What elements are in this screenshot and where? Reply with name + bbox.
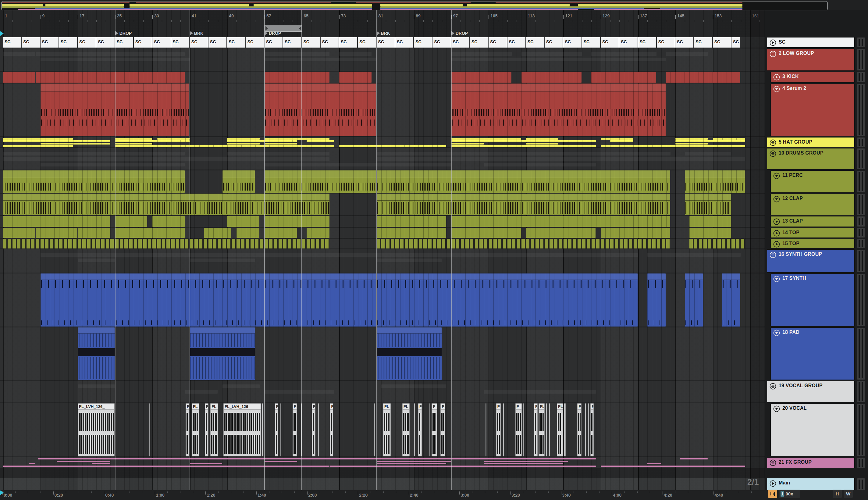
clap13-clip[interactable] [3, 216, 110, 227]
group-icon[interactable] [769, 459, 776, 466]
fold-icon[interactable] [773, 276, 780, 282]
fold-icon[interactable] [773, 330, 780, 336]
group-strip-clip[interactable] [227, 138, 259, 140]
synth17-clip[interactable] [40, 273, 377, 327]
track-header-synth-group[interactable]: 16 SYNTH GROUP [767, 249, 855, 273]
group-strip-clip[interactable] [451, 140, 596, 142]
pad18-clip[interactable] [377, 328, 442, 380]
group-strip-clip[interactable] [451, 143, 484, 145]
group-strip-clip[interactable] [675, 140, 745, 142]
perc-clip[interactable] [222, 170, 255, 193]
top14-clip[interactable] [690, 228, 731, 238]
scene-clip[interactable]: SC [713, 37, 731, 47]
vocal20-clip[interactable]: F [418, 404, 422, 456]
vocal20-clip[interactable] [280, 404, 281, 456]
vocal20-clip[interactable]: F [577, 404, 581, 456]
group-strip-clip[interactable] [330, 466, 595, 467]
group-strip-clip[interactable] [610, 140, 633, 142]
perc-clip[interactable] [377, 170, 671, 193]
vocal20-clip[interactable] [301, 404, 302, 456]
vocal20-clip[interactable]: FL [557, 404, 563, 456]
group-strip-clip[interactable] [451, 145, 596, 147]
serum-clip[interactable] [451, 83, 666, 136]
vocal20-clip[interactable]: FL [383, 404, 391, 456]
top14-clip[interactable] [115, 228, 152, 238]
vocal20-clip[interactable] [149, 404, 150, 456]
vocal20-clip[interactable]: FL_LVH_126_ [78, 404, 115, 456]
scene-clip[interactable]: SC [302, 37, 320, 47]
clap13-clip[interactable] [227, 216, 259, 227]
audition-waveform-button[interactable] [768, 490, 777, 498]
scene-clip[interactable]: SC [694, 37, 712, 47]
vocal20-clip[interactable]: F [205, 404, 208, 456]
top14-clip[interactable] [236, 228, 259, 238]
scene-clip[interactable]: SC [339, 37, 357, 47]
track-header-clap13[interactable]: 13 CLAP [771, 216, 855, 227]
track-header-sc[interactable]: SC [767, 37, 855, 47]
scene-clip[interactable]: SC [3, 37, 21, 47]
kick-clip[interactable] [297, 72, 329, 83]
clap13-clip[interactable] [152, 216, 185, 227]
scene-clip[interactable]: SC [265, 37, 282, 47]
vocal20-clip[interactable] [486, 404, 486, 456]
vocal20-clip[interactable] [374, 404, 375, 456]
group-icon[interactable] [769, 383, 776, 390]
track-header-clap12[interactable]: 12 CLAP [771, 194, 855, 215]
pad18-clip[interactable] [78, 328, 115, 380]
scene-clip[interactable]: SC [470, 37, 488, 47]
group-strip-clip[interactable] [713, 138, 745, 140]
track-header-perc[interactable]: 11 PERC [771, 170, 855, 193]
top14-clip[interactable] [601, 228, 670, 238]
synth17-clip[interactable] [647, 273, 666, 327]
vocal20-clip[interactable] [564, 404, 566, 456]
top14-clip[interactable] [377, 228, 446, 238]
scene-clip[interactable]: SC [377, 37, 395, 47]
locator-flag[interactable]: DROP [115, 31, 132, 36]
top14-clip[interactable] [526, 228, 595, 238]
group-strip-clip[interactable] [675, 138, 708, 140]
group-strip-clip[interactable] [115, 138, 152, 140]
group-strip-clip[interactable] [227, 143, 259, 145]
kick-clip[interactable] [451, 72, 512, 83]
locator-flag[interactable]: BRK [377, 31, 390, 36]
clap13-clip[interactable] [690, 216, 731, 227]
scene-clip[interactable]: SC [115, 37, 133, 47]
scene-clip[interactable]: SC [638, 37, 656, 47]
vocal20-clip[interactable] [503, 404, 504, 456]
scene-clip[interactable]: SC [134, 37, 152, 47]
track-header-hat-group[interactable]: 5 HAT GROUP [767, 137, 855, 147]
track-header-kick[interactable]: 3 KICK [771, 72, 855, 83]
group-strip-clip[interactable] [115, 140, 189, 142]
vocal20-clip[interactable] [546, 404, 547, 456]
scene-clip[interactable]: SC [601, 37, 619, 47]
group-icon[interactable] [769, 150, 776, 157]
vocal20-clip[interactable]: FL [539, 404, 545, 456]
playback-speed-field[interactable]: 1.00x [779, 490, 800, 498]
group-strip-clip[interactable] [265, 138, 329, 140]
scene-clip[interactable]: SC [488, 37, 507, 47]
play-icon[interactable] [773, 241, 780, 248]
scene-clip[interactable]: SC [358, 37, 376, 47]
synth17-clip[interactable] [685, 273, 703, 327]
vocal20-clip[interactable]: F [496, 404, 501, 456]
vocal20-clip[interactable] [414, 404, 415, 456]
group-strip-clip[interactable] [115, 143, 152, 145]
group-strip-clip[interactable] [227, 140, 297, 142]
play-icon[interactable] [769, 480, 776, 487]
serum-clip[interactable] [40, 83, 115, 136]
vocal20-clip[interactable]: F [186, 404, 189, 456]
scene-clip[interactable]: SC [619, 37, 637, 47]
vocal20-clip[interactable]: F [440, 404, 445, 456]
synth17-clip[interactable] [377, 273, 638, 327]
track-header-top14[interactable]: 14 TOP [771, 228, 855, 238]
scene-clip[interactable]: SC [152, 37, 170, 47]
kick-clip[interactable] [152, 72, 185, 83]
group-icon[interactable] [769, 139, 776, 146]
group-strip-clip[interactable] [157, 138, 189, 140]
clap12-clip[interactable] [377, 194, 671, 215]
track-header-pad18[interactable]: 18 PAD [771, 328, 855, 380]
scene-clip[interactable]: SC [657, 37, 675, 47]
scene-clip[interactable]: SC [246, 37, 264, 47]
vocal20-clip[interactable] [262, 404, 263, 456]
clap13-clip[interactable] [377, 216, 446, 227]
